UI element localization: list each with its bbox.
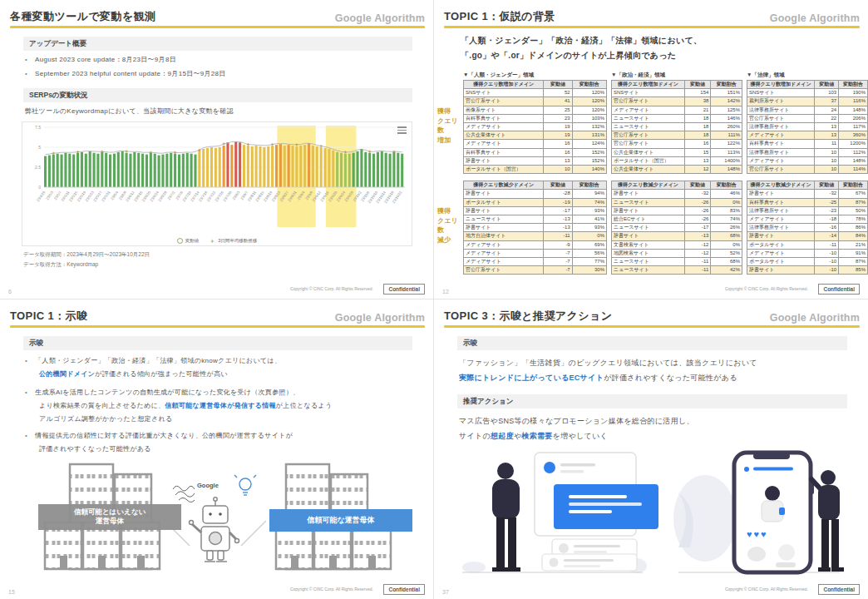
table-row: メディアサイト19132% <box>464 123 607 131</box>
change-value-cell: 16 <box>544 140 572 148</box>
change-value-cell: -32 <box>815 190 839 198</box>
change-rate-cell: 30% <box>572 266 606 275</box>
domain-cell: ニュースサイト <box>612 114 685 122</box>
change-rate-cell: 42% <box>711 266 742 275</box>
change-value-cell: -25 <box>815 198 839 206</box>
domain-cell: SNSサイト <box>464 89 544 97</box>
table-header-cell: 獲得クエリ数減少ドメイン <box>464 181 544 190</box>
table-header-cell: 獲得クエリ数増加ドメイン <box>464 81 544 89</box>
table-group-caption: ▼「人類・ジェンダー」領域 <box>463 72 607 78</box>
change-rate-cell: 56% <box>572 249 606 257</box>
change-rate-cell: 93% <box>572 224 606 232</box>
change-rate-cell: 74% <box>711 215 742 224</box>
serp-note: 弊社ツールのKeywordmapにおいて、当該期間に大きな変動を確認 <box>25 106 418 116</box>
trusted-operator-label: 信頼可能な運営母体 <box>269 509 412 532</box>
change-value-cell: 41 <box>544 97 572 106</box>
legend-plus-icon: ＋ <box>209 239 215 243</box>
query-decrease-table: 獲得クエリ数減少ドメイン変動値変動割合辞書サイト-2894%ポータルサイト-19… <box>463 181 607 275</box>
intro-line-1: 「人類・ジェンダー」「政治・経済」「法律」領域において、 <box>461 35 702 47</box>
chart-menu-icon[interactable] <box>397 126 407 134</box>
domain-cell: メディアサイト <box>464 123 544 131</box>
change-rate-cell: 360% <box>839 131 868 140</box>
domain-cell: 公共企業体サイト <box>464 131 544 140</box>
brand-label: Google Algorithm <box>770 12 860 24</box>
domain-cell: SNSサイト <box>747 89 815 97</box>
table-row: 百科事典サイト-2587% <box>747 198 868 206</box>
change-rate-cell: 117% <box>839 123 868 131</box>
table-row: 法律事務所サイト13117% <box>747 123 868 131</box>
table-header-cell: 変動割合 <box>711 181 742 190</box>
change-value-cell: 13 <box>544 156 572 165</box>
change-rate-cell: 148% <box>839 156 868 165</box>
table-row: 辞書サイト-3267% <box>747 190 868 198</box>
side-label-query-decrease: 獲得 クエリ数 減少 <box>437 206 464 245</box>
feed-cards <box>535 453 658 571</box>
table-row: ニュースサイト18146% <box>612 114 742 122</box>
domain-cell: メディアサイト <box>747 131 815 140</box>
copyright-text: Copyright © CINC Corp. All Rights Reserv… <box>290 587 373 592</box>
change-rate-cell: 122% <box>711 140 742 148</box>
google-label: Google <box>197 482 219 489</box>
change-rate-cell: 87% <box>839 258 868 266</box>
domain-cell: ポータルサイト（国営） <box>464 166 544 174</box>
domain-table-group: ▼「法律」領域獲得クエリ数増加ドメイン変動値変動割合SNSサイト103190%裁… <box>747 72 868 275</box>
table-row: 官公庁系サイト-730% <box>464 266 607 275</box>
table-row: ポータルサイト-1974% <box>464 198 607 206</box>
change-rate-cell: 78% <box>839 215 868 224</box>
table-row: 百科事典サイト111200% <box>747 140 868 148</box>
change-value-cell: 13 <box>815 123 839 131</box>
change-rate-cell: 190% <box>839 89 868 97</box>
implication-bullet-2-line-1: 生成系AIを活用したコンテンツの自動生成が可能になった変化を受け（次頁参照）、 <box>25 388 418 397</box>
table-row: ニュースサイト-1168% <box>612 258 742 266</box>
table-row: メディアサイト16124% <box>464 140 607 148</box>
table-header-cell: 変動割合 <box>572 181 606 190</box>
implication-bullet-2-line-2: より検索結果の質を向上させるために、信頼可能な運営母体が発信する情報が上位となる… <box>39 401 418 410</box>
action-line-1: マス広告やSNS等の様々なプロモーション媒体を総合的に活用し、 <box>459 416 694 427</box>
table-row: ポータルサイト（国営）10140% <box>464 166 607 174</box>
slide-header: TOPIC 1：仮説の背景 Google Algorithm <box>444 6 860 24</box>
table-row: 百科事典サイト23103% <box>464 114 607 122</box>
domain-cell: ポータルサイト <box>747 240 815 249</box>
table-row: 法律事務所サイト-2350% <box>747 206 868 215</box>
change-rate-cell: 113% <box>711 148 742 156</box>
svg-text:0: 0 <box>38 185 41 190</box>
implication-bullet-1-line-1: 「人類・ジェンダー」「政治・経済」「法律」領域のknowクエリにおいては、 <box>25 356 418 365</box>
chart-legend: 変動値 ＋ 3日間平均移動推移 <box>22 238 412 244</box>
brand-label: Google Algorithm <box>770 312 860 324</box>
table-row: 地方自治体サイト-110% <box>464 232 607 240</box>
domain-cell: 辞書サイト <box>612 190 685 198</box>
hearts-icon: ♥♥♥ <box>747 529 768 539</box>
table-row: メディアサイト-756% <box>464 249 607 257</box>
domain-cell: 法律事務所サイト <box>747 106 815 114</box>
change-value-cell: -7 <box>544 258 572 266</box>
confidential-badge: Confidential <box>383 584 425 595</box>
person-right-figure <box>811 470 844 572</box>
change-value-cell: 25 <box>544 106 572 114</box>
domain-cell: メディアサイト <box>464 140 544 148</box>
table-row: 公共企業体サイト15113% <box>612 148 742 156</box>
slide-header: TOPIC 1：示唆 Google Algorithm <box>10 305 425 324</box>
change-value-cell: 10 <box>815 156 839 165</box>
change-value-cell: 19 <box>544 123 572 131</box>
table-row: メディアサイト-969% <box>464 240 607 249</box>
domain-cell: 官公庁系サイト <box>612 140 685 148</box>
table-row: メディアサイト-1091% <box>747 249 868 257</box>
guide-line-right <box>241 521 266 546</box>
query-decrease-table: 獲得クエリ数減少ドメイン変動値変動割合辞書サイト-3246%ニュースサイト-26… <box>611 181 742 275</box>
table-row: 辞書サイト13152% <box>464 156 607 165</box>
change-value-cell: 13 <box>684 156 710 165</box>
change-rate-cell: 68% <box>711 232 742 240</box>
table-header-cell: 変動値 <box>684 181 710 190</box>
change-value-cell: -10 <box>815 249 839 257</box>
table-header-cell: 変動割合 <box>839 181 868 190</box>
change-rate-cell: 86% <box>839 224 868 232</box>
table-header-cell: 変動値 <box>815 181 839 190</box>
domain-cell: ニュースサイト <box>612 198 685 206</box>
table-row: 法律事務所サイト10112% <box>747 148 868 156</box>
title-underline <box>10 26 425 28</box>
domain-cell: ポータルサイト <box>747 258 815 266</box>
change-value-cell: -13 <box>684 232 710 240</box>
svg-text:23/7/30: 23/7/30 <box>222 190 233 202</box>
domain-cell: 公共企業体サイト <box>612 166 685 174</box>
section-header-serp-status: SERPsの変動状況 <box>23 88 412 102</box>
